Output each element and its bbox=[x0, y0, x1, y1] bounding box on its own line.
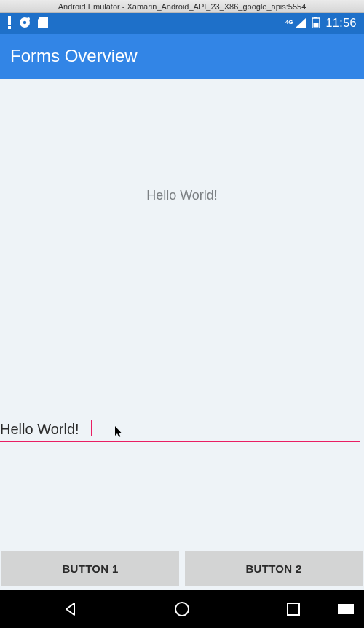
button-row: BUTTON 1 BUTTON 2 bbox=[0, 548, 364, 590]
priority-icon bbox=[7, 16, 12, 31]
nav-home-button[interactable] bbox=[160, 594, 204, 624]
android-nav-bar bbox=[0, 590, 364, 628]
disc-icon bbox=[19, 17, 31, 31]
svg-rect-17 bbox=[339, 608, 341, 610]
text-entry-container bbox=[0, 420, 360, 442]
status-clock: 11:56 bbox=[325, 17, 357, 30]
svg-rect-14 bbox=[346, 605, 347, 607]
svg-rect-15 bbox=[348, 605, 349, 607]
svg-point-3 bbox=[23, 20, 26, 23]
sd-card-icon bbox=[38, 17, 48, 31]
svg-rect-0 bbox=[8, 16, 11, 25]
button-1[interactable]: BUTTON 1 bbox=[1, 551, 179, 586]
text-entry[interactable] bbox=[0, 420, 360, 442]
svg-rect-18 bbox=[341, 608, 343, 610]
emulator-window-title: Android Emulator - Xamarin_Android_API_2… bbox=[58, 2, 306, 11]
svg-point-8 bbox=[175, 603, 189, 616]
app-bar: Forms Overview bbox=[0, 34, 364, 79]
hello-label: Hello World! bbox=[0, 188, 364, 203]
nav-back-button[interactable] bbox=[49, 594, 92, 624]
emulator-title-bar: Android Emulator - Xamarin_Android_API_2… bbox=[0, 0, 364, 13]
svg-rect-13 bbox=[344, 605, 345, 607]
page-content: Hello World! BUTTON 1 BUTTON 2 bbox=[0, 79, 364, 590]
nav-recents-button[interactable] bbox=[272, 594, 315, 624]
battery-icon bbox=[312, 17, 320, 31]
svg-rect-1 bbox=[8, 26, 11, 29]
device-screen: 4G 11:56 Forms Overview Hello World! BUT… bbox=[0, 13, 364, 628]
svg-rect-12 bbox=[341, 605, 343, 607]
android-status-bar: 4G 11:56 bbox=[0, 13, 364, 34]
network-type-label: 4G bbox=[285, 20, 293, 25]
text-caret bbox=[91, 420, 92, 436]
page-title: Forms Overview bbox=[10, 46, 138, 66]
svg-rect-9 bbox=[288, 603, 299, 615]
svg-rect-22 bbox=[350, 608, 352, 610]
svg-rect-23 bbox=[341, 611, 350, 613]
button-2[interactable]: BUTTON 2 bbox=[185, 551, 363, 586]
svg-rect-16 bbox=[350, 605, 352, 607]
svg-rect-19 bbox=[344, 608, 345, 610]
svg-rect-20 bbox=[346, 608, 347, 610]
keyboard-toggle-icon[interactable] bbox=[335, 594, 357, 624]
svg-rect-7 bbox=[314, 23, 319, 28]
svg-rect-11 bbox=[339, 605, 341, 607]
svg-point-4 bbox=[27, 17, 30, 20]
cell-signal-icon bbox=[296, 17, 306, 30]
svg-rect-21 bbox=[348, 608, 349, 610]
